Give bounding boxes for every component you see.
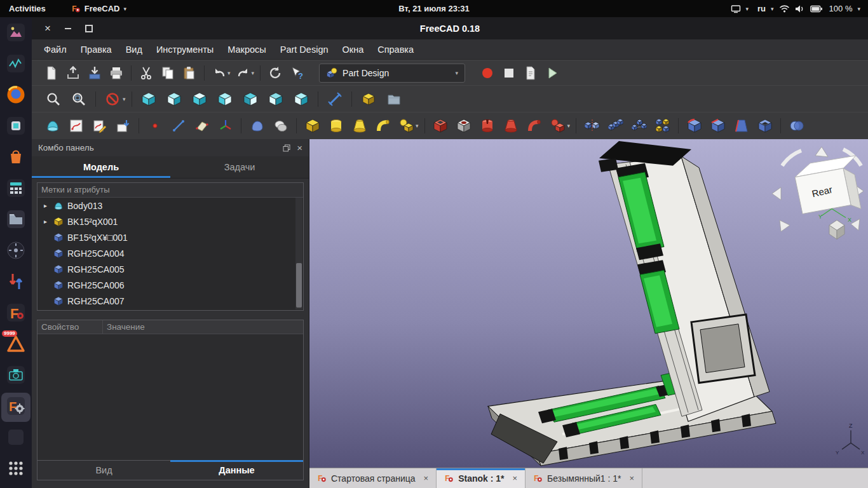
local-coordinate-system-button[interactable] xyxy=(214,116,237,136)
close-tab-icon[interactable]: × xyxy=(424,473,429,483)
undo-button[interactable] xyxy=(208,63,230,83)
create-sketch-button[interactable] xyxy=(64,116,88,136)
subtractive-loft-button[interactable] xyxy=(499,116,523,136)
tree-item-2[interactable]: BF15²qX¥□001 xyxy=(37,229,303,245)
workbench-selector[interactable]: Part Design ▾ xyxy=(319,64,465,83)
menu-item-1[interactable]: Правка xyxy=(74,42,119,57)
create-body-button[interactable] xyxy=(41,116,64,136)
activities-button[interactable]: Activities xyxy=(9,4,46,13)
value-column-header[interactable]: Значение xyxy=(103,320,303,334)
panel-close-button[interactable]: × xyxy=(297,142,302,153)
display-icon[interactable] xyxy=(731,4,741,13)
expander-icon[interactable]: ▸ xyxy=(41,202,50,209)
tree-item-1[interactable]: ▸BK15²qX001 xyxy=(37,214,303,229)
edit-sketch-button[interactable] xyxy=(88,116,111,136)
print-button[interactable] xyxy=(105,63,127,83)
menu-item-4[interactable]: Макросы xyxy=(220,42,273,57)
datum-line-button[interactable] xyxy=(166,116,190,136)
multitransform-button[interactable] xyxy=(651,116,674,136)
undo-dropdown-icon[interactable]: ▾ xyxy=(227,70,231,76)
tree-item-6[interactable]: RGH25CA007 xyxy=(37,293,303,309)
revolution-button[interactable] xyxy=(324,116,348,136)
view-top-button[interactable] xyxy=(187,89,212,109)
dock-item-screenshot-tool[interactable] xyxy=(1,362,31,391)
combo-tab-1[interactable]: Задачи xyxy=(170,156,309,178)
copy-button[interactable] xyxy=(157,63,179,83)
menu-item-5[interactable]: Part Design xyxy=(273,42,336,57)
document-tab-1[interactable]: FStanok : 1*× xyxy=(437,468,526,488)
datum-plane-button[interactable] xyxy=(190,116,214,136)
boolean-operation-button[interactable] xyxy=(785,116,808,136)
tree-scrollbar[interactable] xyxy=(295,198,302,309)
open-document-button[interactable] xyxy=(62,63,84,83)
fillet-button[interactable] xyxy=(682,116,706,136)
macro-execute-button[interactable] xyxy=(541,63,563,83)
refresh-button[interactable] xyxy=(264,63,286,83)
paste-button[interactable] xyxy=(179,63,200,83)
dock-item-utility-app[interactable] xyxy=(1,424,31,453)
view-right-button[interactable] xyxy=(212,89,238,109)
view-bottom-button[interactable] xyxy=(263,89,288,109)
keyboard-layout-indicator[interactable]: ru xyxy=(757,4,766,13)
cut-button[interactable] xyxy=(135,63,157,83)
clone-button[interactable] xyxy=(269,116,292,136)
wifi-icon[interactable] xyxy=(779,4,790,13)
polar-pattern-button[interactable] xyxy=(627,116,651,136)
draw-style-button[interactable] xyxy=(100,89,125,109)
window-maximize-button[interactable] xyxy=(85,25,93,32)
thickness-button[interactable] xyxy=(753,116,776,136)
dock-item-transmission[interactable] xyxy=(1,268,31,297)
create-group-button[interactable] xyxy=(381,89,407,109)
whats-this-button[interactable]: ? xyxy=(286,63,308,83)
pocket-button[interactable] xyxy=(429,116,452,136)
redo-button[interactable] xyxy=(233,63,254,83)
subtractive-primitive-dropdown-icon[interactable]: ▾ xyxy=(567,123,571,129)
combo-tab-0[interactable]: Модель xyxy=(32,156,170,178)
window-minimize-button[interactable] xyxy=(65,28,71,29)
macro-record-button[interactable] xyxy=(477,63,498,83)
dock-item-file-manager[interactable] xyxy=(1,206,31,235)
zoom-fit-all-button[interactable] xyxy=(41,89,66,109)
document-tab-2[interactable]: FБезымянный1 : 1*× xyxy=(526,468,642,488)
view-axonometric-button[interactable] xyxy=(136,89,161,109)
view-rear-button[interactable] xyxy=(238,89,263,109)
dock-item-notification-app[interactable]: 9999 xyxy=(1,330,31,360)
menu-item-6[interactable]: Окна xyxy=(336,42,371,57)
dock-item-freecad[interactable]: F xyxy=(1,299,31,329)
measure-distance-button[interactable] xyxy=(322,89,348,109)
additive-primitive-dropdown-icon[interactable]: ▾ xyxy=(416,123,419,129)
subtractive-primitive-button[interactable] xyxy=(546,116,570,136)
save-document-button[interactable] xyxy=(84,63,105,83)
view-left-button[interactable] xyxy=(288,89,314,109)
map-sketch-to-face-button[interactable] xyxy=(111,116,135,136)
mirrored-button[interactable] xyxy=(580,116,604,136)
dock-item-freecad-active[interactable]: F xyxy=(1,393,31,422)
additive-loft-button[interactable] xyxy=(348,116,371,136)
new-document-button[interactable] xyxy=(41,63,62,83)
pad-button[interactable] xyxy=(301,116,324,136)
additive-pipe-button[interactable] xyxy=(371,116,395,136)
document-tab-0[interactable]: FСтартовая страница× xyxy=(309,468,437,488)
close-tab-icon[interactable]: × xyxy=(630,473,635,483)
dock-item-firefox[interactable] xyxy=(1,81,31,111)
dock-item-software-center[interactable] xyxy=(1,112,31,142)
additive-primitive-button[interactable] xyxy=(395,116,418,136)
dock-item-ubuntu-software[interactable] xyxy=(1,144,31,173)
draft-button[interactable] xyxy=(729,116,753,136)
redo-dropdown-icon[interactable]: ▾ xyxy=(252,70,255,76)
menu-item-2[interactable]: Вид xyxy=(119,42,149,57)
dock-item-system-monitor[interactable] xyxy=(1,50,31,79)
shape-binder-button[interactable] xyxy=(245,116,269,136)
battery-icon[interactable] xyxy=(810,5,823,13)
property-tab-0[interactable]: Вид xyxy=(37,461,170,480)
clock[interactable]: Вт, 21 июля 23:31 xyxy=(398,4,469,13)
scrollbar-thumb[interactable] xyxy=(296,263,302,308)
macro-stop-button[interactable] xyxy=(498,63,520,83)
property-tab-1[interactable]: Данные xyxy=(170,461,303,480)
draw-style-dropdown-icon[interactable]: ▾ xyxy=(123,96,126,102)
zoom-fit-selection-button[interactable] xyxy=(66,89,92,109)
tree-item-5[interactable]: RGH25CA006 xyxy=(37,277,303,293)
datum-point-button[interactable] xyxy=(143,116,166,136)
expander-icon[interactable]: ▸ xyxy=(41,218,50,225)
menu-item-7[interactable]: Справка xyxy=(370,42,421,57)
